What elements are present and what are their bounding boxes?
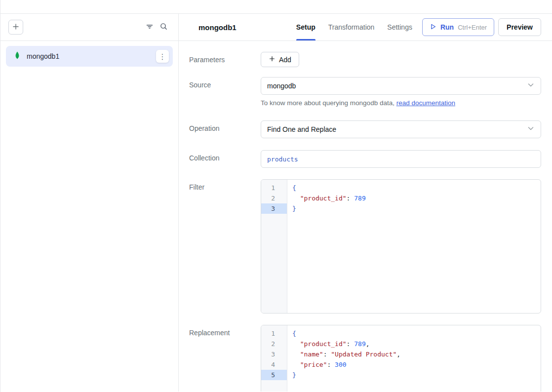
line-number: 3 [261, 203, 287, 214]
code-line: "product_id": 789 [292, 193, 541, 203]
line-number: 2 [261, 193, 287, 203]
editor-gutter: 123 [261, 180, 287, 313]
query-list-sidebar: mongodb1 ⋮ [0, 14, 179, 392]
query-editor-body: mongodb1 ⋮ mongodb1 Setup Transformation… [0, 14, 552, 392]
tab-transformation[interactable]: Transformation [328, 14, 375, 40]
preview-button[interactable]: Preview [498, 18, 541, 36]
query-item-label: mongodb1 [27, 52, 59, 60]
add-query-button[interactable] [8, 20, 23, 35]
top-strip [0, 0, 552, 14]
line-number: 1 [261, 328, 287, 339]
plus-icon [269, 55, 276, 64]
filter-queries-button[interactable] [143, 20, 157, 34]
search-icon [159, 22, 168, 32]
query-list: mongodb1 ⋮ [0, 41, 178, 72]
line-number: 5 [261, 370, 287, 380]
query-list-item-mongodb1[interactable]: mongodb1 ⋮ [6, 46, 173, 67]
chevron-down-icon [527, 124, 535, 134]
run-shortcut-hint: Ctrl+Enter [458, 24, 487, 31]
search-queries-button[interactable] [157, 20, 170, 34]
query-setup-form: Parameters Add Source [179, 41, 552, 392]
play-icon [430, 23, 436, 32]
code-lines: { "product_id": 789, "name": "Updated Pr… [287, 325, 541, 392]
tab-settings[interactable]: Settings [387, 14, 412, 40]
source-select[interactable]: mongodb [261, 77, 541, 95]
query-detail-header: mongodb1 Setup Transformation Settings R… [179, 14, 552, 41]
query-tabs: Setup Transformation Settings [296, 14, 412, 40]
line-number: 2 [261, 339, 287, 349]
parameters-row: Parameters Add [189, 52, 541, 67]
replacement-label: Replacement [189, 325, 261, 337]
query-list-header [0, 14, 178, 41]
replacement-code-editor[interactable]: 12345 { "product_id": 789, "name": "Upda… [261, 325, 541, 392]
query-title: mongodb1 [198, 23, 237, 32]
add-parameter-button[interactable]: Add [261, 52, 299, 67]
query-item-menu-button[interactable]: ⋮ [156, 50, 169, 63]
parameters-label: Parameters [189, 52, 261, 64]
operation-select[interactable]: Find One and Replace [261, 120, 541, 138]
source-helper-text: To know more about querying mongodb data… [261, 99, 541, 107]
query-detail-panel: mongodb1 Setup Transformation Settings R… [179, 14, 552, 392]
code-line: } [292, 203, 541, 214]
code-lines: { "product_id": 789} [287, 180, 541, 313]
mongodb-leaf-icon [13, 51, 22, 62]
filter-label: Filter [189, 179, 261, 191]
source-select-value: mongodb [267, 82, 296, 90]
kebab-icon: ⋮ [159, 53, 166, 60]
collection-row: Collection products [189, 150, 541, 168]
line-number: 1 [261, 183, 287, 193]
code-line: "price": 300 [292, 359, 541, 370]
run-button[interactable]: Run Ctrl+Enter [422, 18, 494, 36]
source-helper-prefix: To know more about querying mongodb data… [261, 99, 396, 107]
read-documentation-link[interactable]: read documentation [396, 99, 455, 107]
filter-row: Filter 123 { "product_id": 789} [189, 179, 541, 314]
run-button-label: Run [440, 23, 454, 31]
source-label: Source [189, 77, 261, 89]
collection-input-value: products [267, 156, 298, 163]
filter-code-editor[interactable]: 123 { "product_id": 789} [261, 179, 541, 314]
editor-gutter: 12345 [261, 325, 287, 392]
filter-icon [146, 23, 154, 32]
line-number: 4 [261, 359, 287, 370]
collection-input[interactable]: products [261, 150, 541, 168]
operation-label: Operation [189, 120, 261, 132]
tab-setup[interactable]: Setup [296, 14, 315, 40]
operation-select-value: Find One and Replace [267, 125, 336, 133]
code-line: } [292, 370, 541, 380]
source-row: Source mongodb To know more about queryi… [189, 77, 541, 107]
collection-label: Collection [189, 150, 261, 162]
code-line: "name": "Updated Product", [292, 349, 541, 359]
chevron-down-icon [527, 81, 535, 91]
code-line: "product_id": 789, [292, 339, 541, 349]
add-parameter-label: Add [279, 56, 291, 64]
code-line: { [292, 183, 541, 193]
code-line: { [292, 328, 541, 339]
line-number: 3 [261, 349, 287, 359]
plus-icon [12, 23, 20, 32]
query-editor-panel: mongodb1 ⋮ mongodb1 Setup Transformation… [0, 0, 552, 392]
replacement-row: Replacement 12345 { "product_id": 789, "… [189, 325, 541, 392]
operation-row: Operation Find One and Replace [189, 120, 541, 138]
